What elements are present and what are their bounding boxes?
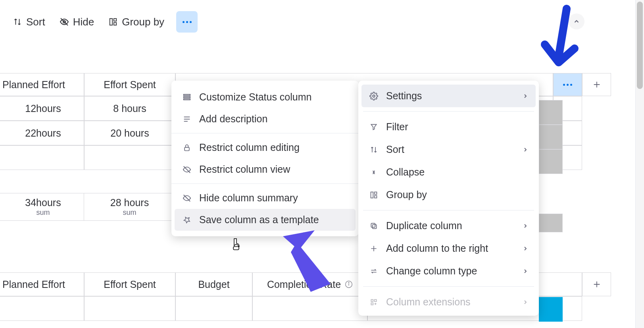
groupby-button[interactable]: Group by (108, 16, 164, 28)
menu-label: Group by (386, 189, 427, 201)
pin-icon (182, 215, 192, 225)
more-options-button[interactable] (176, 11, 198, 33)
menu-sort[interactable]: Sort (361, 138, 536, 161)
summary-value: 28 hours (110, 197, 149, 208)
chevron-right-icon (522, 90, 529, 102)
annotation-arrow-down (531, 5, 582, 76)
cell-planned: 12hours (0, 96, 84, 121)
hide-icon (182, 164, 192, 175)
column-options-menu: Settings Filter Sort Collapse Group by (358, 81, 539, 316)
menu-settings[interactable]: Settings (361, 85, 536, 107)
column-header-effort-spent[interactable]: Effort Spent (84, 73, 175, 96)
cell-spacer (582, 296, 611, 321)
menu-label: Add column to the right (386, 243, 488, 254)
menu-label: Collapse (386, 166, 425, 178)
menu-label: Settings (386, 90, 422, 102)
menu-hide-summary[interactable]: Hide column summary (171, 187, 359, 209)
groupby-label: Group by (122, 16, 164, 28)
svg-rect-4 (114, 23, 116, 25)
dots-icon (183, 21, 192, 23)
column-header-planned-effort[interactable]: Planned Effort (0, 272, 84, 296)
column-header-planned-effort[interactable]: Planned Effort (0, 73, 84, 96)
lock-icon (182, 143, 192, 153)
svg-rect-21 (373, 224, 377, 228)
menu-customize-status[interactable]: Customize Status column (171, 86, 359, 108)
menu-label: Duplicate column (386, 220, 462, 232)
menu-label: Filter (386, 121, 408, 133)
column-options-button[interactable] (553, 73, 582, 96)
plus-icon (369, 243, 379, 254)
menu-restrict-edit[interactable]: Restrict column editing (171, 137, 359, 158)
menu-separator (171, 183, 359, 184)
add-column-button[interactable] (582, 73, 611, 96)
column-header-budget[interactable]: Budget (175, 272, 252, 296)
chevron-right-icon (522, 144, 529, 155)
vertical-scrollbar[interactable] (635, 0, 644, 328)
plus-icon (592, 280, 601, 289)
add-column-button[interactable] (582, 272, 611, 296)
menu-duplicate[interactable]: Duplicate column (361, 214, 536, 237)
hide-button[interactable]: Hide (60, 16, 94, 28)
svg-rect-23 (371, 299, 373, 301)
menu-filter[interactable]: Filter (361, 116, 536, 138)
cell-effort: 8 hours (84, 96, 175, 121)
menu-separator (363, 111, 534, 112)
menu-save-template[interactable]: Save column as a template (175, 209, 356, 231)
summary-effort: 28 hours sum (84, 193, 175, 221)
gear-icon (369, 91, 379, 101)
menu-label: Save column as a template (199, 214, 319, 226)
menu-separator (363, 210, 534, 210)
menu-separator (363, 286, 534, 287)
chevron-right-icon (522, 296, 529, 308)
svg-rect-10 (184, 98, 190, 100)
scrollbar-thumb[interactable] (637, 2, 643, 89)
settings-submenu: Customize Status column Add description … (171, 81, 359, 236)
extensions-icon (369, 297, 379, 307)
sort-icon (369, 145, 379, 155)
svg-rect-2 (110, 19, 112, 25)
cell-effort: 20 hours (84, 121, 175, 145)
menu-label: Hide column summary (199, 192, 298, 204)
cell-spacer (582, 193, 611, 221)
menu-groupby[interactable]: Group by (361, 183, 536, 206)
cell-spacer (582, 121, 611, 145)
info-icon (345, 280, 353, 288)
menu-label: Column extensions (386, 296, 471, 308)
menu-change-type[interactable]: Change column type (361, 260, 536, 282)
chevron-right-icon (522, 265, 529, 277)
cell-empty (175, 296, 252, 321)
cell-empty (252, 296, 367, 321)
duplicate-icon (369, 221, 379, 231)
svg-point-17 (373, 95, 375, 97)
cell-spacer (582, 145, 611, 170)
cell-empty (84, 145, 175, 170)
swap-icon (369, 266, 379, 276)
svg-rect-8 (184, 94, 190, 95)
summary-planned: 34hours sum (0, 193, 84, 221)
menu-add-column-right[interactable]: Add column to the right (361, 237, 536, 260)
svg-rect-14 (185, 147, 189, 150)
menu-label: Change column type (386, 265, 477, 277)
cell-planned: 22hours (0, 121, 84, 145)
customize-icon (182, 92, 192, 102)
menu-restrict-view[interactable]: Restrict column view (171, 158, 359, 180)
sort-button[interactable]: Sort (13, 16, 45, 28)
chevron-right-icon (522, 243, 529, 254)
dots-icon (563, 84, 572, 86)
description-icon (182, 114, 192, 124)
cursor-pointer (231, 238, 241, 253)
plus-icon (592, 80, 601, 89)
svg-rect-9 (184, 96, 190, 98)
hide-icon (60, 17, 69, 27)
menu-label: Sort (386, 144, 404, 155)
status-cell-blue[interactable] (539, 297, 563, 322)
menu-label: Customize Status column (199, 91, 311, 103)
svg-rect-19 (375, 192, 377, 194)
column-header-effort-spent[interactable]: Effort Spent (84, 272, 175, 296)
menu-add-description[interactable]: Add description (171, 108, 359, 130)
menu-extensions[interactable]: Column extensions (361, 291, 536, 313)
groupby-icon (108, 17, 118, 27)
svg-rect-20 (375, 195, 377, 198)
chevron-right-icon (522, 220, 529, 232)
menu-collapse[interactable]: Collapse (361, 161, 536, 183)
